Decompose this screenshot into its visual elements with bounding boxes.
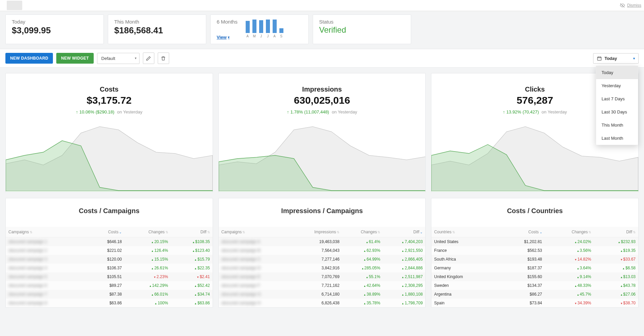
header-bar: Dismiss [0, 0, 644, 11]
col-countries[interactable]: Countries⇅ [431, 227, 499, 237]
table-row[interactable]: obscured campaign 2$221.02126.4%$123.40 [6, 246, 213, 255]
new-widget-button[interactable]: NEW WIDGET [56, 53, 93, 64]
col-changes[interactable]: Changes⇅ [342, 227, 383, 237]
table-row[interactable]: Sweden$134.3748.33%$43.78 [431, 281, 638, 290]
summary-today[interactable]: Today $3,099.95 [5, 14, 104, 44]
delete-dashboard-button[interactable] [158, 53, 169, 64]
table-row[interactable]: obscured campaign E7,070,76955.1%2,511,9… [219, 272, 426, 281]
costs-campaigns-table: Campaigns⇅ Costs⌄ Changes⇅ Diff⇅ obscure… [6, 227, 213, 307]
eye-off-icon [620, 3, 625, 8]
clicks-change-pct: 13.92% [507, 109, 521, 114]
date-menu-item[interactable]: This Month [596, 119, 638, 132]
col-changes[interactable]: Changes⇅ [545, 227, 594, 237]
dashboard-select-value: Default [101, 56, 115, 61]
date-menu-item[interactable]: Last 30 Days [596, 105, 638, 119]
summary-month-label: This Month [114, 19, 200, 25]
account-placeholder[interactable] [7, 1, 22, 10]
col-diff[interactable]: Diff⇅ [171, 227, 213, 237]
dashboard-select[interactable]: Default [97, 53, 140, 64]
six-months-view-link[interactable]: View ▾ [217, 35, 238, 40]
col-changes[interactable]: Changes⇅ [124, 227, 171, 237]
new-dashboard-button[interactable]: NEW DASHBOARD [5, 53, 53, 64]
impressions-change-pct: 1.78% [290, 109, 303, 114]
table-row[interactable]: obscured campaign 3$120.0015.15%$15.79 [6, 255, 213, 264]
table-row[interactable]: obscured campaign A19,463,03861.4%7,404,… [219, 237, 426, 246]
col-costs-sorted[interactable]: Costs⌄ [87, 227, 124, 237]
widget-impressions: Impressions 630,025,016 ↑ 1.78% (11,007,… [218, 73, 426, 193]
six-months-sparkline: AMJJAS [246, 21, 283, 38]
widget-costs: Costs $3,175.72 ↑ 10.06% ($290.18) on Ye… [5, 73, 213, 193]
table-row[interactable]: obscured campaign H6,826,43835.78%1,798,… [219, 299, 426, 307]
table-row[interactable]: obscured campaign 5$105.512.23%$2.41 [6, 272, 213, 281]
arrow-up-icon: ↑ [76, 109, 78, 114]
sparkline-bar: A [273, 20, 277, 38]
impressions-sparkline-chart [219, 124, 426, 191]
table-row[interactable]: obscured campaign B7,564,04362.93%2,921,… [219, 246, 426, 255]
impressions-value: 630,025,016 [219, 95, 426, 106]
trash-icon [161, 56, 166, 61]
table-row[interactable]: obscured campaign 7$87.3866.01%$34.74 [6, 290, 213, 299]
summary-status: Status Verified [313, 14, 411, 44]
table-row[interactable]: obscured campaign 8$63.86100%$63.86 [6, 299, 213, 307]
edit-dashboard-button[interactable] [143, 53, 154, 64]
table-row[interactable]: obscured campaign 6$89.27142.29%$52.42 [6, 281, 213, 290]
table-row[interactable]: South Africa$193.4814.82%$33.67 [431, 255, 638, 264]
svg-rect-0 [597, 57, 601, 60]
date-menu-item[interactable]: Yesterday [596, 79, 638, 92]
widgets-grid: Costs $3,175.72 ↑ 10.06% ($290.18) on Ye… [0, 68, 644, 313]
arrow-up-icon: ↑ [503, 109, 505, 114]
summary-month[interactable]: This Month $186,568.41 [108, 14, 206, 44]
date-range-value: Today [605, 56, 617, 61]
dropdown-caret-icon: ▾ [228, 35, 229, 39]
view-link-text: View [217, 35, 226, 40]
caret-down-icon: ▾ [633, 57, 635, 60]
date-menu-item[interactable]: Last 7 Days [596, 92, 638, 105]
costs-value: $3,175.72 [6, 95, 213, 106]
table-row[interactable]: Spain$73.8434.39%$38.70 [431, 299, 638, 307]
table-row[interactable]: obscured campaign 1$646.1820.15%$108.35 [6, 237, 213, 246]
col-campaigns[interactable]: Campaigns⇅ [219, 227, 292, 237]
table-row[interactable]: Argentina$86.2745.7%$27.06 [431, 290, 638, 299]
col-diff-sorted[interactable]: Diff⌄ [383, 227, 425, 237]
impressions-campaigns-table: Campaigns⇅ Impressions⇅ Changes⇅ Diff⌄ o… [219, 227, 426, 307]
impressions-change-ref: on Yesterday [332, 109, 357, 114]
costs-change-pct: 10.06% [80, 109, 94, 114]
calendar-icon [597, 56, 602, 61]
date-menu-item[interactable]: Today [596, 66, 638, 79]
table-row[interactable]: obscured campaign 4$106.3726.61%$22.35 [6, 264, 213, 272]
col-diff[interactable]: Diff⇅ [594, 227, 638, 237]
summary-six-months: 6 Months View ▾ AMJJAS [210, 14, 309, 44]
sparkline-bar: M [252, 20, 256, 38]
dismiss-label: Dismiss [627, 3, 641, 8]
costs-title: Costs [6, 86, 213, 93]
impressions-title: Impressions [219, 86, 426, 93]
impressions-change-abs: (11,007,448) [304, 109, 329, 114]
summary-row: Today $3,099.95 This Month $186,568.41 6… [0, 11, 644, 49]
table-row[interactable]: France$562.533.56%$19.35 [431, 246, 638, 255]
date-menu-item[interactable]: Last Month [596, 132, 638, 145]
clicks-change-abs: (70,427) [523, 109, 539, 114]
widget-impressions-campaigns: Impressions / Campaigns Campaigns⇅ Impre… [218, 198, 426, 308]
date-range-picker[interactable]: Today ▾ TodayYesterdayLast 7 DaysLast 30… [593, 53, 639, 64]
sparkline-bar: S [279, 28, 283, 38]
costs-countries-title: Costs / Countries [431, 207, 638, 215]
col-costs-sorted[interactable]: Costs⌄ [499, 227, 545, 237]
pencil-icon [146, 56, 151, 61]
table-row[interactable]: United Kingdom$155.609.14%$13.03 [431, 272, 638, 281]
table-row[interactable]: obscured campaign D3,842,916285.05%2,844… [219, 264, 426, 272]
col-impressions[interactable]: Impressions⇅ [292, 227, 342, 237]
costs-change-ref: on Yesterday [117, 109, 142, 114]
table-row[interactable]: Germany$187.373.64%$6.58 [431, 264, 638, 272]
summary-month-value: $186,568.41 [114, 25, 200, 36]
table-row[interactable]: obscured campaign G6,714,18038.89%1,880,… [219, 290, 426, 299]
summary-today-value: $3,099.95 [12, 25, 97, 36]
col-campaigns[interactable]: Campaigns⇅ [6, 227, 87, 237]
costs-countries-table: Countries⇅ Costs⌄ Changes⇅ Diff⇅ United … [431, 227, 638, 307]
table-row[interactable]: obscured campaign F7,721,16242.64%2,308,… [219, 281, 426, 290]
table-row[interactable]: United States$1,202.8124.02%$232.93 [431, 237, 638, 246]
dismiss-link[interactable]: Dismiss [620, 3, 641, 8]
costs-campaigns-title: Costs / Campaigns [6, 207, 213, 215]
table-row[interactable]: obscured campaign C7,277,14664.99%2,866,… [219, 255, 426, 264]
costs-sparkline-chart [6, 124, 213, 191]
clicks-change-ref: on Yesterday [542, 109, 567, 114]
